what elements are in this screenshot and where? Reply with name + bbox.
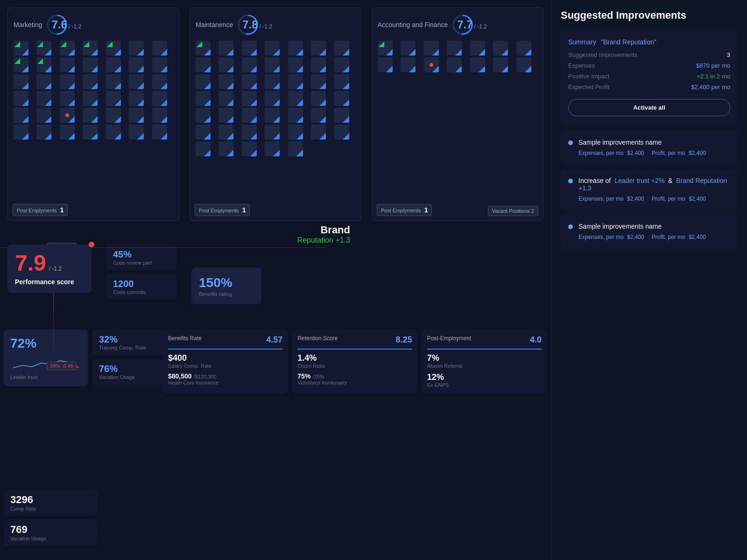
rate-row-salary: $400 Salary Comp. Rate <box>168 353 282 369</box>
emp-tile <box>242 57 257 72</box>
rate-row-exenps: 12% Ex-ENPS <box>427 372 542 388</box>
emp-tile <box>196 74 211 89</box>
post-empl-num-marketing: 1 <box>60 206 64 214</box>
brand-reputation-side: Brand Reputation +1.3 <box>297 224 350 245</box>
rate-card-title-benefits: Benefits Rate <box>168 335 202 342</box>
emp-tile <box>470 41 485 56</box>
rate-card-score-benefits: 4.57 <box>266 335 282 345</box>
imp-title-pre-2: Increase of <box>578 177 611 184</box>
imp-profit-val-1: $2,400 <box>689 150 706 156</box>
rate-underline-post-emp <box>427 349 542 350</box>
emp-tile <box>106 108 121 123</box>
right-panel: Suggested Improvements Summary "Brand Re… <box>551 0 747 560</box>
rate-card-post-emp: Post-Employment 4.0 7% Alumni Referral 1… <box>422 329 547 393</box>
emp-tile <box>14 108 28 123</box>
imp-profit-1: Profit, per mo $2,400 <box>652 150 706 156</box>
summary-row-impact: Positive Impact +2.1 in 2 mo <box>568 73 730 80</box>
emp-tile <box>129 41 144 56</box>
emp-tile <box>311 74 326 89</box>
emp-tile <box>334 41 349 56</box>
emp-tile <box>447 57 462 72</box>
vacation-usage-label: Vacation Usage <box>99 374 156 380</box>
imp-expenses-val-1: $2,400 <box>627 150 644 156</box>
benefits-card: 150% Benefits rating <box>191 268 261 304</box>
emp-tile <box>334 91 349 106</box>
expected-profit-val: $2,400 per mo <box>691 84 730 91</box>
exenps-val: 12% <box>427 372 542 382</box>
imp-link1-2[interactable]: Leader trust +2% <box>614 177 664 184</box>
rate-card-score-post-emp: 4.0 <box>530 335 542 345</box>
emp-tile <box>152 108 167 123</box>
emp-tile <box>83 74 98 89</box>
emp-tile <box>196 108 211 123</box>
rate-card-header-retention: Retention Score 8.25 <box>297 335 412 345</box>
expected-profit-label: Expected Profit <box>568 84 609 91</box>
emp-tile <box>129 57 144 72</box>
dept-panel-maintanence: Maintanence 7.8 / -1.2 <box>190 7 361 221</box>
emp-tile <box>152 41 167 56</box>
dept-title-maintanence: Maintanence <box>196 21 233 28</box>
emp-tile <box>218 108 233 123</box>
perf-score-big: 7.9 <box>15 252 46 274</box>
emp-tile <box>288 57 303 72</box>
emp-tile <box>242 108 257 123</box>
vacation-usage-num: 769 <box>10 524 91 536</box>
summary-label: Summary <box>568 38 596 46</box>
emp-tile <box>36 125 51 140</box>
emp-tile <box>14 74 28 89</box>
emp-tile <box>493 41 508 56</box>
code-review-pct: 45% <box>113 249 170 260</box>
leader-trust-label: Leader trust <box>10 374 81 380</box>
summary-header: Summary "Brand Reputation" <box>568 38 730 46</box>
emp-tile <box>265 108 280 123</box>
imp-content-2: Increase of Leader trust +2% & Brand Rep… <box>578 177 730 202</box>
emp-grid-accounting <box>378 41 537 72</box>
activate-all-button[interactable]: Activate all <box>568 99 730 116</box>
brand-label: Brand <box>320 224 350 236</box>
emp-tile <box>334 57 349 72</box>
voluntary-label: Voluntary/ Involunatry <box>297 380 412 385</box>
imp-dot-1 <box>568 140 573 145</box>
positive-impact-val: +2.1 in 2 mo <box>697 73 730 80</box>
healthcare-label: Heath Care Insurance <box>168 380 282 385</box>
post-empl-label-accounting: Post Emplyments <box>381 208 421 213</box>
red-dot-indicator <box>430 63 433 67</box>
emp-tile <box>152 91 167 106</box>
emp-tile <box>242 91 257 106</box>
voluntary-val-row: 75% /25% <box>297 372 412 380</box>
emp-tile <box>265 125 280 140</box>
vacation-usage-card: 76% Vacation Usage <box>92 359 162 385</box>
vacant-num-accounting: 2 <box>531 208 534 214</box>
emp-tile <box>401 57 416 72</box>
imp-profit-3: Profit, per mo $2,400 <box>652 234 706 240</box>
emp-tile <box>218 74 233 89</box>
dept-panel-accounting: Accounting and Finance 7.7 / -1.2 <box>372 7 543 221</box>
benefits-pct: 150% <box>199 275 254 290</box>
imp-title-3: Sample improvements name <box>578 223 730 230</box>
emp-tile <box>311 41 326 56</box>
expenses-val: $870 per mo <box>696 62 730 69</box>
summary-section: Summary "Brand Reputation" Suggested Imp… <box>561 31 738 124</box>
performance-card: 7.9 / -1.2 Performance score <box>7 245 92 293</box>
emp-tile <box>36 108 51 123</box>
emp-tile <box>311 125 326 140</box>
imp-profit-val-2: $2,400 <box>689 196 706 202</box>
emp-tile <box>334 108 349 123</box>
imp-expenses-label-2: Expenses, per mo <box>578 196 624 202</box>
churn-label: Churn Ratio <box>297 363 412 369</box>
emp-tile <box>36 57 51 72</box>
dept-panel-marketing: Marketing 7.6 / -1.2 <box>7 7 179 221</box>
emp-tile <box>470 57 485 72</box>
emp-tile <box>218 41 233 56</box>
imp-stats-3: Expenses, per mo $2,400 Profit, per mo $… <box>578 234 730 240</box>
imp-dot-3 <box>568 224 573 229</box>
rate-row-churn: 1.4% Churn Ratio <box>297 353 412 369</box>
perf-label: Performance score <box>15 278 84 286</box>
red-dot-indicator <box>65 113 69 117</box>
emp-tile <box>424 41 439 56</box>
post-empl-label-marketing: Post Emplyments <box>17 208 57 213</box>
score-num-maintanence: 7.8 <box>242 18 258 31</box>
post-empl-badge-maintanence: Post Emplyments 1 <box>195 204 250 216</box>
emp-tile <box>242 141 257 156</box>
score-num-accounting: 7.7 <box>457 18 472 31</box>
